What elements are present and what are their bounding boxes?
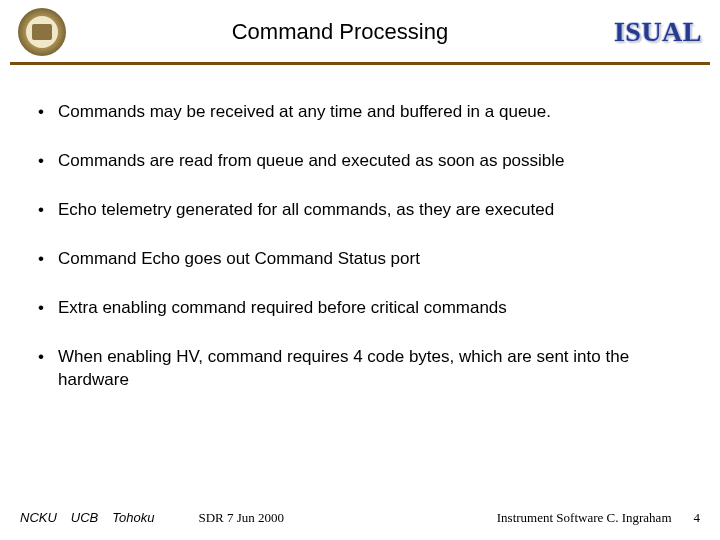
slide-title: Command Processing — [66, 19, 614, 45]
bullet-list: Commands may be received at any time and… — [30, 101, 690, 392]
list-item: Echo telemetry generated for all command… — [30, 199, 690, 222]
list-item: Command Echo goes out Command Status por… — [30, 248, 690, 271]
affiliation: Tohoku — [112, 510, 154, 525]
page-number: 4 — [694, 510, 701, 526]
list-item: Commands may be received at any time and… — [30, 101, 690, 124]
list-item: When enabling HV, command requires 4 cod… — [30, 346, 690, 392]
list-item: Extra enabling command required before c… — [30, 297, 690, 320]
list-item: Commands are read from queue and execute… — [30, 150, 690, 173]
credit-label: Instrument Software C. Ingraham — [497, 510, 672, 526]
event-label: SDR 7 Jun 2000 — [198, 510, 284, 526]
affiliation: NCKU — [20, 510, 57, 525]
slide-header: Command Processing ISUAL — [0, 0, 720, 62]
slide-body: Commands may be received at any time and… — [0, 65, 720, 392]
brand-logo: ISUAL — [614, 16, 702, 48]
affiliation: UCB — [71, 510, 98, 525]
affiliations: NCKU UCB Tohoku — [20, 510, 154, 525]
seal-icon — [18, 8, 66, 56]
slide-footer: NCKU UCB Tohoku SDR 7 Jun 2000 Instrumen… — [0, 510, 720, 526]
